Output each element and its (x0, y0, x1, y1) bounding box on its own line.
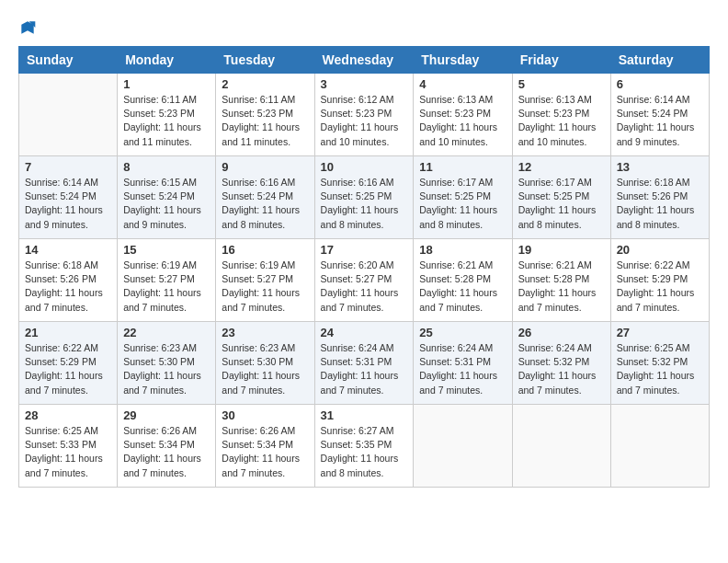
calendar-header-saturday: Saturday (610, 47, 709, 74)
page-header (18, 18, 710, 37)
day-info: Sunrise: 6:24 AMSunset: 5:31 PMDaylight:… (321, 341, 408, 397)
day-info: Sunrise: 6:13 AMSunset: 5:23 PMDaylight:… (518, 93, 605, 149)
day-info: Sunrise: 6:19 AMSunset: 5:27 PMDaylight:… (123, 259, 210, 315)
day-number: 24 (321, 326, 408, 339)
calendar-week-row: 14Sunrise: 6:18 AMSunset: 5:26 PMDayligh… (19, 239, 710, 322)
day-number: 22 (123, 326, 210, 339)
calendar-header-row: SundayMondayTuesdayWednesdayThursdayFrid… (19, 47, 710, 74)
day-number: 4 (419, 77, 506, 91)
day-number: 21 (25, 326, 111, 339)
calendar-cell: 25Sunrise: 6:24 AMSunset: 5:31 PMDayligh… (414, 322, 512, 405)
calendar-cell: 3Sunrise: 6:12 AMSunset: 5:23 PMDaylight… (314, 74, 414, 156)
day-info: Sunrise: 6:12 AMSunset: 5:23 PMDaylight:… (321, 93, 408, 149)
day-info: Sunrise: 6:14 AMSunset: 5:24 PMDaylight:… (617, 93, 703, 149)
calendar-week-row: 7Sunrise: 6:14 AMSunset: 5:24 PMDaylight… (19, 156, 710, 239)
day-info: Sunrise: 6:23 AMSunset: 5:30 PMDaylight:… (123, 341, 210, 397)
day-number: 31 (321, 408, 408, 422)
calendar-cell: 16Sunrise: 6:19 AMSunset: 5:27 PMDayligh… (216, 239, 314, 322)
day-info: Sunrise: 6:11 AMSunset: 5:23 PMDaylight:… (222, 93, 308, 149)
calendar-cell: 20Sunrise: 6:22 AMSunset: 5:29 PMDayligh… (610, 239, 709, 322)
day-number: 25 (419, 326, 506, 339)
day-number: 26 (518, 326, 605, 339)
day-number: 17 (321, 243, 408, 257)
day-info: Sunrise: 6:22 AMSunset: 5:29 PMDaylight:… (617, 259, 703, 315)
day-info: Sunrise: 6:16 AMSunset: 5:25 PMDaylight:… (321, 176, 408, 232)
day-info: Sunrise: 6:25 AMSunset: 5:33 PMDaylight:… (25, 424, 111, 480)
calendar-cell: 31Sunrise: 6:27 AMSunset: 5:35 PMDayligh… (314, 405, 414, 488)
calendar-cell: 7Sunrise: 6:14 AMSunset: 5:24 PMDaylight… (19, 156, 118, 239)
day-number: 12 (518, 160, 605, 174)
day-number: 1 (123, 77, 210, 91)
calendar-cell: 13Sunrise: 6:18 AMSunset: 5:26 PMDayligh… (610, 156, 709, 239)
calendar-cell: 14Sunrise: 6:18 AMSunset: 5:26 PMDayligh… (19, 239, 118, 322)
day-info: Sunrise: 6:22 AMSunset: 5:29 PMDaylight:… (25, 341, 111, 397)
calendar-cell: 11Sunrise: 6:17 AMSunset: 5:25 PMDayligh… (414, 156, 512, 239)
calendar-week-row: 21Sunrise: 6:22 AMSunset: 5:29 PMDayligh… (19, 322, 710, 405)
calendar-header-sunday: Sunday (19, 47, 118, 74)
day-info: Sunrise: 6:19 AMSunset: 5:27 PMDaylight:… (222, 259, 308, 315)
calendar-cell: 30Sunrise: 6:26 AMSunset: 5:34 PMDayligh… (216, 405, 314, 488)
day-info: Sunrise: 6:18 AMSunset: 5:26 PMDaylight:… (617, 176, 703, 232)
logo (18, 18, 40, 37)
calendar-cell: 23Sunrise: 6:23 AMSunset: 5:30 PMDayligh… (216, 322, 314, 405)
day-info: Sunrise: 6:26 AMSunset: 5:34 PMDaylight:… (222, 424, 308, 480)
calendar-cell: 17Sunrise: 6:20 AMSunset: 5:27 PMDayligh… (314, 239, 414, 322)
calendar-header-friday: Friday (512, 47, 610, 74)
calendar-cell (414, 405, 512, 488)
calendar-cell: 18Sunrise: 6:21 AMSunset: 5:28 PMDayligh… (414, 239, 512, 322)
day-number: 13 (617, 160, 703, 174)
day-number: 28 (25, 408, 111, 422)
calendar-cell (19, 74, 118, 156)
calendar-cell: 29Sunrise: 6:26 AMSunset: 5:34 PMDayligh… (118, 405, 216, 488)
calendar-cell: 28Sunrise: 6:25 AMSunset: 5:33 PMDayligh… (19, 405, 118, 488)
calendar-cell (610, 405, 709, 488)
day-info: Sunrise: 6:17 AMSunset: 5:25 PMDaylight:… (419, 176, 506, 232)
day-number: 14 (25, 243, 111, 257)
calendar-header-thursday: Thursday (414, 47, 512, 74)
calendar-week-row: 28Sunrise: 6:25 AMSunset: 5:33 PMDayligh… (19, 405, 710, 488)
day-info: Sunrise: 6:20 AMSunset: 5:27 PMDaylight:… (321, 259, 408, 315)
day-info: Sunrise: 6:11 AMSunset: 5:23 PMDaylight:… (123, 93, 210, 149)
day-info: Sunrise: 6:16 AMSunset: 5:24 PMDaylight:… (222, 176, 308, 232)
calendar-cell: 15Sunrise: 6:19 AMSunset: 5:27 PMDayligh… (118, 239, 216, 322)
day-number: 7 (25, 160, 111, 174)
day-number: 8 (123, 160, 210, 174)
day-info: Sunrise: 6:15 AMSunset: 5:24 PMDaylight:… (123, 176, 210, 232)
day-info: Sunrise: 6:18 AMSunset: 5:26 PMDaylight:… (25, 259, 111, 315)
day-info: Sunrise: 6:21 AMSunset: 5:28 PMDaylight:… (419, 259, 506, 315)
day-info: Sunrise: 6:25 AMSunset: 5:32 PMDaylight:… (617, 341, 703, 397)
calendar-week-row: 1Sunrise: 6:11 AMSunset: 5:23 PMDaylight… (19, 74, 710, 156)
calendar-cell: 26Sunrise: 6:24 AMSunset: 5:32 PMDayligh… (512, 322, 610, 405)
calendar-cell: 6Sunrise: 6:14 AMSunset: 5:24 PMDaylight… (610, 74, 709, 156)
day-number: 29 (123, 408, 210, 422)
day-info: Sunrise: 6:13 AMSunset: 5:23 PMDaylight:… (419, 93, 506, 149)
day-number: 9 (222, 160, 308, 174)
day-number: 30 (222, 408, 308, 422)
day-number: 2 (222, 77, 308, 91)
day-number: 19 (518, 243, 605, 257)
calendar-body: 1Sunrise: 6:11 AMSunset: 5:23 PMDaylight… (19, 74, 710, 488)
calendar-cell: 24Sunrise: 6:24 AMSunset: 5:31 PMDayligh… (314, 322, 414, 405)
day-info: Sunrise: 6:27 AMSunset: 5:35 PMDaylight:… (321, 424, 408, 480)
calendar-cell: 9Sunrise: 6:16 AMSunset: 5:24 PMDaylight… (216, 156, 314, 239)
calendar-cell: 2Sunrise: 6:11 AMSunset: 5:23 PMDaylight… (216, 74, 314, 156)
calendar-header-monday: Monday (118, 47, 216, 74)
calendar-cell: 4Sunrise: 6:13 AMSunset: 5:23 PMDaylight… (414, 74, 512, 156)
day-number: 20 (617, 243, 703, 257)
day-number: 18 (419, 243, 506, 257)
calendar-cell: 19Sunrise: 6:21 AMSunset: 5:28 PMDayligh… (512, 239, 610, 322)
day-info: Sunrise: 6:24 AMSunset: 5:32 PMDaylight:… (518, 341, 605, 397)
day-info: Sunrise: 6:23 AMSunset: 5:30 PMDaylight:… (222, 341, 308, 397)
day-info: Sunrise: 6:17 AMSunset: 5:25 PMDaylight:… (518, 176, 605, 232)
calendar-table: SundayMondayTuesdayWednesdayThursdayFrid… (18, 46, 710, 488)
calendar-header-tuesday: Tuesday (216, 47, 314, 74)
calendar-cell: 22Sunrise: 6:23 AMSunset: 5:30 PMDayligh… (118, 322, 216, 405)
calendar-cell (512, 405, 610, 488)
day-info: Sunrise: 6:24 AMSunset: 5:31 PMDaylight:… (419, 341, 506, 397)
calendar-cell: 27Sunrise: 6:25 AMSunset: 5:32 PMDayligh… (610, 322, 709, 405)
day-number: 5 (518, 77, 605, 91)
day-number: 11 (419, 160, 506, 174)
day-info: Sunrise: 6:14 AMSunset: 5:24 PMDaylight:… (25, 176, 111, 232)
calendar-cell: 12Sunrise: 6:17 AMSunset: 5:25 PMDayligh… (512, 156, 610, 239)
day-number: 27 (617, 326, 703, 339)
